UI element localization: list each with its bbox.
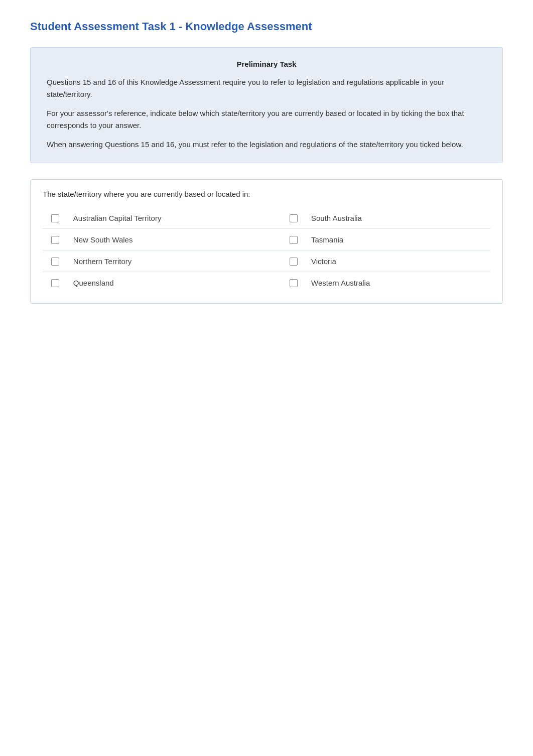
right-label-cell-0: South Australia bbox=[306, 207, 490, 229]
table-row: Australian Capital Territory South Austr… bbox=[43, 207, 490, 229]
territory-section: The state/territory where you are curren… bbox=[30, 179, 503, 304]
page-title: Student Assessment Task 1 - Knowledge As… bbox=[30, 20, 503, 33]
checkbox-right-1[interactable] bbox=[290, 236, 298, 244]
preliminary-paragraph-1: Questions 15 and 16 of this Knowledge As… bbox=[47, 76, 486, 100]
left-checkbox-cell-1[interactable] bbox=[43, 229, 68, 250]
checkbox-right-2[interactable] bbox=[290, 258, 298, 266]
checkbox-right-0[interactable] bbox=[290, 214, 298, 222]
checkbox-left-0[interactable] bbox=[51, 214, 59, 222]
territory-table: Australian Capital Territory South Austr… bbox=[43, 207, 490, 293]
checkbox-left-3[interactable] bbox=[51, 279, 59, 287]
left-checkbox-cell-2[interactable] bbox=[43, 250, 68, 272]
preliminary-paragraph-2: For your assessor's reference, indicate … bbox=[47, 107, 486, 132]
left-label-cell-1: New South Wales bbox=[68, 229, 252, 250]
checkbox-left-1[interactable] bbox=[51, 236, 59, 244]
right-checkbox-cell-3[interactable] bbox=[281, 272, 306, 294]
right-checkbox-cell-0[interactable] bbox=[281, 207, 306, 229]
preliminary-task-heading: Preliminary Task bbox=[47, 60, 486, 68]
right-checkbox-cell-1[interactable] bbox=[281, 229, 306, 250]
territory-prompt: The state/territory where you are curren… bbox=[43, 190, 490, 198]
right-label-cell-3: Western Australia bbox=[306, 272, 490, 294]
right-label-cell-2: Victoria bbox=[306, 250, 490, 272]
right-label-cell-1: Tasmania bbox=[306, 229, 490, 250]
table-row: Northern Territory Victoria bbox=[43, 250, 490, 272]
left-label-cell-3: Queensland bbox=[68, 272, 252, 294]
checkbox-left-2[interactable] bbox=[51, 258, 59, 266]
preliminary-task-box: Preliminary Task Questions 15 and 16 of … bbox=[30, 47, 503, 163]
left-label-cell-0: Australian Capital Territory bbox=[68, 207, 252, 229]
left-checkbox-cell-3[interactable] bbox=[43, 272, 68, 294]
right-checkbox-cell-2[interactable] bbox=[281, 250, 306, 272]
left-checkbox-cell-0[interactable] bbox=[43, 207, 68, 229]
table-row: New South Wales Tasmania bbox=[43, 229, 490, 250]
left-label-cell-2: Northern Territory bbox=[68, 250, 252, 272]
checkbox-right-3[interactable] bbox=[290, 279, 298, 287]
table-row: Queensland Western Australia bbox=[43, 272, 490, 294]
preliminary-paragraph-3: When answering Questions 15 and 16, you … bbox=[47, 139, 486, 151]
